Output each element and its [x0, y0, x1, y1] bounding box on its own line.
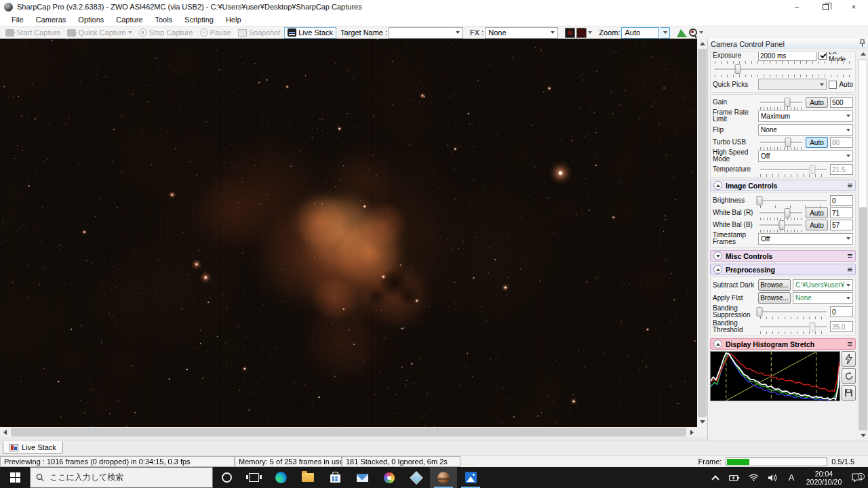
white-bal-r-slider[interactable]	[758, 207, 804, 218]
live-stack-button[interactable]: Live Stack	[284, 27, 336, 39]
histogram-plot[interactable]	[710, 351, 840, 401]
banding-suppression-value-input[interactable]	[830, 306, 853, 317]
action-center-button[interactable]: 1	[848, 473, 865, 482]
reset-stretch-button[interactable]	[842, 368, 856, 384]
menu-tools[interactable]: Tools	[149, 16, 178, 24]
gain-value-input[interactable]	[830, 97, 853, 108]
fx-combobox[interactable]: None	[485, 27, 558, 39]
display-histogram-stretch-header[interactable]: Display Histogram Stretch ≡	[710, 338, 856, 350]
white-bal-r-auto-button[interactable]: Auto	[806, 207, 828, 218]
taskbar-edge[interactable]	[267, 467, 294, 488]
zoom-dropdown-button[interactable]	[660, 27, 670, 39]
slider-thumb[interactable]	[757, 307, 763, 317]
snapshot-button[interactable]: Snapshot	[235, 27, 283, 39]
scrollbar-thumb[interactable]	[11, 428, 686, 436]
section-menu-icon[interactable]: ≡	[847, 339, 852, 349]
slider-thumb[interactable]	[778, 220, 785, 230]
panel-scrollbar[interactable]	[858, 49, 868, 441]
preprocessing-header[interactable]: Preprocessing ≡	[710, 264, 856, 275]
start-button[interactable]	[0, 467, 30, 488]
tray-wifi[interactable]	[745, 474, 762, 481]
turbo-usb-value-input[interactable]	[830, 137, 853, 148]
banding-suppression-slider[interactable]	[758, 306, 828, 317]
tab-live-stack[interactable]: Live Stack	[3, 441, 63, 454]
stop-capture-button[interactable]: Stop Capture	[136, 27, 196, 39]
turbo-usb-slider[interactable]	[758, 137, 804, 148]
zoom-combobox[interactable]: Auto	[621, 27, 659, 39]
tray-overflow-button[interactable]	[707, 474, 724, 482]
search-input[interactable]	[50, 473, 207, 483]
turbo-usb-auto-button[interactable]: Auto	[806, 137, 828, 148]
auto-stretch-button[interactable]	[842, 351, 856, 367]
scroll-left-button[interactable]	[0, 427, 10, 437]
lx-mode-checkbox[interactable]	[818, 52, 827, 60]
tray-clock[interactable]: 20:042020/10/20	[802, 470, 846, 486]
slider-thumb[interactable]	[785, 138, 791, 147]
magnifier-icon[interactable]	[688, 28, 698, 37]
pin-icon[interactable]	[859, 39, 865, 48]
tray-ime[interactable]: A	[783, 472, 800, 483]
scrollbar-thumb[interactable]	[859, 59, 867, 208]
section-menu-icon[interactable]: ≡	[847, 180, 852, 190]
scrollbar-thumb[interactable]	[698, 49, 707, 417]
menu-options[interactable]: Options	[72, 16, 110, 24]
taskbar-3dviewer[interactable]	[403, 467, 430, 488]
white-bal-b-auto-button[interactable]: Auto	[806, 220, 828, 230]
brightness-value-input[interactable]	[830, 195, 853, 206]
taskbar-explorer[interactable]	[294, 467, 321, 488]
taskbar-paint3d[interactable]	[376, 467, 403, 488]
scroll-up-button[interactable]	[858, 49, 868, 59]
slider-thumb[interactable]	[784, 98, 790, 107]
white-bal-r-value-input[interactable]	[830, 207, 853, 218]
gain-slider[interactable]	[758, 97, 804, 108]
histogram-tool-icon[interactable]	[677, 28, 687, 37]
slider-thumb[interactable]	[757, 196, 763, 205]
restore-button[interactable]	[811, 0, 840, 14]
apply-flat-combobox[interactable]: None	[793, 292, 853, 304]
scroll-down-button[interactable]	[858, 430, 868, 441]
exposure-auto-checkbox[interactable]	[829, 81, 837, 89]
flat-frame-swatch-button[interactable]	[576, 28, 587, 38]
target-name-combobox[interactable]	[389, 27, 463, 39]
misc-controls-header[interactable]: Misc Controls ≡	[710, 250, 856, 262]
taskbar-store[interactable]	[321, 467, 349, 488]
slider-thumb[interactable]	[735, 64, 741, 74]
collapse-icon[interactable]	[713, 181, 722, 190]
exposure-slider[interactable]	[713, 64, 853, 75]
menu-help[interactable]: Help	[220, 16, 248, 24]
quick-capture-button[interactable]: Quick Capture	[64, 27, 134, 39]
brightness-slider[interactable]	[758, 195, 828, 206]
subtract-dark-browse-button[interactable]: Browse...	[758, 279, 791, 291]
task-view-button[interactable]	[240, 467, 267, 488]
scroll-down-button[interactable]	[697, 417, 707, 427]
subtract-dark-combobox[interactable]: C:¥Users¥user¥De…	[793, 279, 853, 291]
pause-button[interactable]: Pause	[197, 27, 234, 39]
exposure-value-input[interactable]	[758, 52, 816, 61]
cortana-button[interactable]	[213, 467, 240, 488]
scroll-up-button[interactable]	[697, 39, 707, 49]
apply-flat-browse-button[interactable]: Browse...	[758, 292, 791, 304]
menu-cameras[interactable]: Cameras	[30, 16, 73, 24]
expand-icon[interactable]	[713, 251, 722, 260]
white-bal-b-value-input[interactable]	[830, 220, 853, 230]
minimize-button[interactable]: –	[783, 0, 811, 14]
timestamp-frames-combobox[interactable]: Off	[758, 233, 853, 245]
collapse-icon[interactable]	[713, 265, 722, 274]
menu-scripting[interactable]: Scripting	[178, 16, 220, 24]
dark-frame-swatch-button[interactable]	[565, 28, 575, 38]
tray-battery[interactable]	[726, 474, 743, 481]
white-bal-b-slider[interactable]	[758, 220, 804, 230]
start-capture-button[interactable]: Start Capture	[3, 27, 63, 39]
vertical-scrollbar[interactable]	[697, 39, 707, 427]
taskbar-sharpcap[interactable]	[430, 467, 457, 488]
frame-rate-limit-combobox[interactable]: Maximum	[758, 110, 853, 122]
gain-auto-button[interactable]: Auto	[806, 97, 828, 108]
collapse-icon[interactable]	[713, 340, 722, 348]
chevron-down-icon[interactable]	[588, 31, 592, 34]
section-menu-icon[interactable]: ≡	[847, 264, 852, 274]
section-menu-icon[interactable]: ≡	[847, 251, 852, 261]
save-stretch-button[interactable]	[842, 385, 856, 401]
menu-file[interactable]: File	[5, 16, 30, 24]
close-button[interactable]: ×	[840, 0, 868, 14]
high-speed-mode-combobox[interactable]: Off	[758, 150, 853, 162]
